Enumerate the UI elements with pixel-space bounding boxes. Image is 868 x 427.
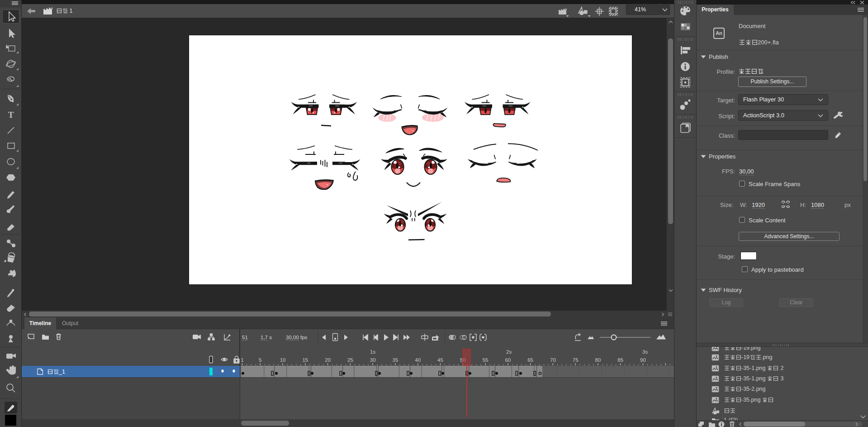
- svg-text:40: 40: [415, 357, 421, 363]
- svg-text:5: 5: [259, 357, 261, 363]
- svg-text:20: 20: [325, 357, 331, 363]
- svg-text:10: 10: [280, 357, 286, 363]
- svg-text:85: 85: [617, 357, 623, 363]
- svg-text:75: 75: [573, 357, 579, 363]
- svg-text:35: 35: [393, 357, 398, 363]
- svg-text:55: 55: [483, 357, 489, 363]
- svg-text:45: 45: [437, 357, 443, 363]
- svg-text:65: 65: [527, 357, 533, 363]
- svg-text:25: 25: [347, 357, 353, 363]
- svg-text:30: 30: [370, 357, 376, 363]
- svg-text:1: 1: [241, 357, 243, 363]
- svg-text:70: 70: [550, 357, 556, 363]
- svg-text:90: 90: [640, 357, 646, 363]
- svg-text:80: 80: [595, 357, 601, 363]
- svg-text:60: 60: [505, 357, 511, 363]
- svg-text:15: 15: [302, 357, 308, 363]
- svg-text:T: T: [8, 110, 14, 120]
